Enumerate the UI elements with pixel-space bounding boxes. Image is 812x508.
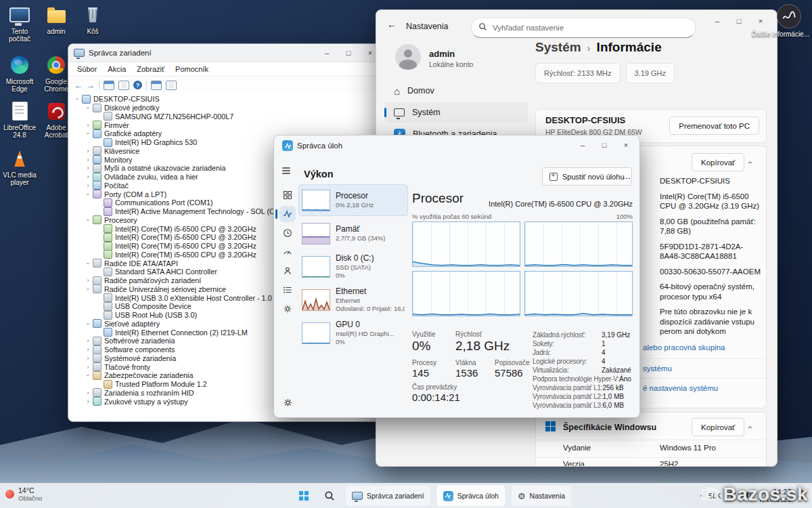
perf-item-gpu[interactable]: GPU 0Intel(R) HD Graphi...0%: [298, 317, 408, 349]
sidebar-item-home[interactable]: ⌂Domov: [384, 81, 528, 101]
minimize-icon[interactable]: –: [706, 13, 728, 29]
desktop-icon-libreoffice[interactable]: LibreOffice 24.8: [1, 100, 38, 139]
perf-item-detail: Intel(R) HD Graphi...: [336, 330, 394, 338]
desktop-icon-microsoft-edge[interactable]: Microsoft Edge: [1, 54, 38, 93]
menu-help[interactable]: Pomocník: [171, 64, 213, 74]
tree-row[interactable]: ›Firmvér: [72, 121, 386, 129]
scan-hardware-icon[interactable]: [151, 81, 162, 90]
perf-item-disk[interactable]: Disk 0 (C:)SSD (SATA)0%: [298, 251, 408, 282]
help-icon[interactable]: ?: [133, 81, 142, 89]
maximize-icon[interactable]: □: [593, 137, 615, 153]
perf-item-cpu[interactable]: Procesor0% 2,18 GHz: [298, 184, 408, 216]
settings-gear-icon[interactable]: [279, 394, 296, 410]
tree-expand-icon[interactable]: ›: [84, 173, 92, 180]
copy-button[interactable]: Kopírovať: [692, 153, 744, 171]
perf-item-ethernet[interactable]: EthernetEthernetOdoslané: 0 Prijaté: 16,…: [298, 284, 408, 316]
copy-button[interactable]: Kopírovať: [692, 418, 744, 436]
desktop-icon-recycle-bin[interactable]: Kôš: [74, 4, 111, 35]
tree-row[interactable]: ›Diskové jednotky: [72, 104, 386, 112]
task-manager-title: Správca úloh: [297, 142, 342, 150]
desktop-icon-vlc[interactable]: VLC media player: [1, 148, 38, 186]
tree-row[interactable]: SAMSUNG MZ7LN256HCHP-000L7: [72, 112, 386, 121]
desktop-icon-this-pc[interactable]: Tento počítač: [1, 4, 38, 43]
processes-icon[interactable]: [279, 187, 296, 203]
divider: [536, 440, 766, 440]
collapse-chevron-icon[interactable]: ›: [748, 421, 751, 433]
sidebar-item-label: Systém: [412, 108, 441, 117]
tree-expand-icon[interactable]: ›: [84, 156, 92, 163]
tree-expand-icon[interactable]: ›: [84, 337, 92, 344]
stat-label: Vlákna: [455, 359, 476, 366]
properties-icon[interactable]: [166, 81, 177, 90]
tree-expand-icon[interactable]: ›: [85, 216, 91, 224]
performance-icon[interactable]: [279, 206, 296, 222]
tree-item-label: Firmvér: [104, 121, 129, 129]
tree-expand-icon[interactable]: ›: [84, 364, 92, 371]
monitor-device-icon: [93, 155, 102, 164]
menu-file[interactable]: Súbor: [72, 64, 102, 74]
device-manager-titlebar[interactable]: Správca zariadení – □ ×: [68, 44, 386, 62]
cpu-device-icon: [104, 242, 112, 251]
back-icon[interactable]: ←: [387, 19, 397, 30]
tree-expand-icon[interactable]: ›: [84, 389, 92, 396]
maximize-icon[interactable]: □: [338, 45, 359, 61]
desktop-icon-admin-folder[interactable]: admin: [38, 4, 74, 35]
taskbar-app-devmgr[interactable]: Správca zariadení: [345, 485, 431, 507]
minimize-icon[interactable]: –: [316, 45, 338, 61]
tree-expand-icon[interactable]: ›: [74, 95, 81, 103]
tree-expand-icon[interactable]: ›: [85, 259, 91, 268]
microsoft-edge-icon: [11, 56, 28, 74]
tree-expand-icon[interactable]: ›: [85, 190, 91, 198]
recycle-bin-icon: [87, 7, 99, 22]
start-button[interactable]: [294, 486, 314, 506]
services-icon[interactable]: [279, 301, 296, 317]
collapse-chevron-icon[interactable]: ›: [748, 156, 751, 168]
search-input[interactable]: Vyhľadať nastavenie: [471, 18, 696, 38]
weather-widget[interactable]: 14°C Oblačno: [5, 486, 42, 502]
tree-expand-icon[interactable]: ›: [85, 320, 91, 328]
back-icon[interactable]: ←: [74, 81, 83, 89]
taskbar-search-button[interactable]: [319, 486, 340, 506]
tree-expand-icon[interactable]: ›: [85, 285, 91, 293]
more-options-icon[interactable]: …: [618, 167, 635, 184]
details-icon[interactable]: [279, 282, 296, 298]
sidebar-item-system[interactable]: Systém: [384, 102, 528, 123]
console-window-icon[interactable]: [104, 81, 114, 90]
avatar[interactable]: [395, 44, 421, 70]
maximize-icon[interactable]: □: [728, 13, 750, 29]
menu-action[interactable]: Akcia: [103, 64, 131, 74]
taskbar-app-settings[interactable]: ⚙Nastavenia: [511, 485, 572, 507]
tree-item-label: DESKTOP-CFSIUIS: [93, 95, 160, 103]
users-icon[interactable]: [279, 263, 296, 279]
tree-expand-icon[interactable]: ›: [84, 182, 92, 189]
stat-label: Rýchlosť: [455, 331, 482, 338]
minimize-icon[interactable]: –: [572, 137, 593, 153]
export-list-icon[interactable]: [118, 81, 129, 90]
tree-expand-icon[interactable]: ›: [85, 371, 91, 379]
tree-expand-icon[interactable]: ›: [85, 129, 91, 137]
tree-expand-icon[interactable]: ›: [84, 398, 92, 405]
forward-icon[interactable]: →: [87, 81, 95, 89]
startup-apps-icon[interactable]: [279, 244, 296, 260]
device-manager-title: Správca zariadení: [89, 49, 316, 57]
tree-expand-icon[interactable]: ›: [85, 104, 91, 112]
tree-expand-icon[interactable]: ›: [84, 355, 92, 362]
tree-expand-icon[interactable]: ›: [84, 148, 92, 154]
taskbar-app-taskmgr[interactable]: Správca úloh: [436, 485, 505, 507]
tree-expand-icon[interactable]: ›: [84, 122, 92, 129]
app-history-icon[interactable]: [279, 225, 296, 241]
perf-item-memory[interactable]: Pamäť2,7/7,9 GB (34%): [298, 217, 408, 249]
spec-value: 5F9DD1D1-2871-4D2A-8A48-3C88CAA18881: [660, 242, 761, 261]
tree-row[interactable]: ›DESKTOP-CFSIUIS: [72, 95, 386, 104]
print-device-icon: [93, 362, 102, 371]
menu-hamburger-icon[interactable]: [281, 165, 293, 177]
tree-expand-icon[interactable]: ›: [84, 165, 92, 171]
device-spec-values: DESKTOP-CFSIUISIntel(R) Core(TM) i5-6500…: [660, 176, 761, 342]
taskbar-center: Správca zariadeníSprávca úloh⚙Nastavenia: [294, 486, 572, 506]
rename-pc-button[interactable]: Premenovať toto PC: [669, 117, 759, 135]
breadcrumb-parent[interactable]: Systém: [535, 40, 581, 55]
tree-expand-icon[interactable]: ›: [84, 346, 92, 353]
close-icon[interactable]: ×: [615, 137, 637, 153]
tree-expand-icon[interactable]: ›: [84, 277, 92, 284]
menu-view[interactable]: Zobraziť: [132, 64, 169, 74]
